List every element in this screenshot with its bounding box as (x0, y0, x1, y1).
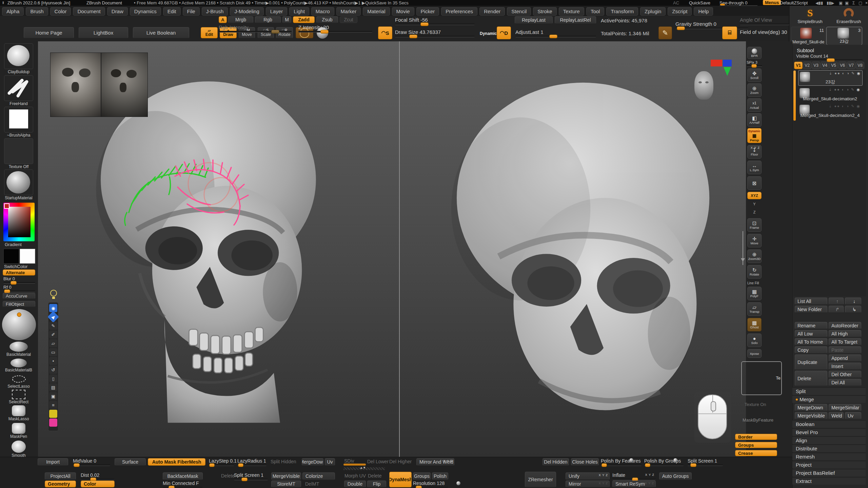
alpha-swatch[interactable]: A (219, 16, 227, 23)
z-intensity-slider[interactable]: Z Intensity 20 (298, 24, 372, 33)
annotation-image-icon[interactable]: ▣ (49, 392, 57, 400)
brush-smooth[interactable]: Smooth (3, 441, 34, 458)
annotation-color-pink[interactable] (49, 419, 57, 427)
color-preview-sphere[interactable] (2, 309, 36, 340)
menus-button[interactable]: Menus (763, 0, 781, 5)
del-lower-button[interactable]: Del Lower (367, 459, 389, 464)
groups-button-bottom[interactable]: Groups (413, 472, 431, 480)
move-into-folder-button[interactable]: ↳ (845, 306, 861, 313)
all-low-button[interactable]: All Low (795, 330, 827, 337)
camera-head-gizmo[interactable] (694, 71, 713, 100)
menu-zplugin[interactable]: Zplugin (640, 7, 666, 16)
geometry-button[interactable]: Geometry (45, 481, 76, 487)
lsym-button[interactable]: ↔L.Sym (747, 161, 762, 174)
copy-doc-icon[interactable]: ▣ (839, 1, 843, 5)
subtool-item-3[interactable]: ⇣ ●● ◐ ◑ ✎ ◉ Merged_Skull-decimation2_4 (798, 103, 862, 118)
border-button[interactable]: Border (735, 434, 777, 440)
subtool-up-button[interactable]: ↑ (829, 298, 844, 305)
texture-on-label[interactable]: Texture On (745, 402, 766, 407)
rotate-z-button[interactable]: Z (747, 209, 762, 216)
all-to-target-button[interactable]: All To Target (829, 338, 861, 345)
minimize-icon[interactable]: Σ (852, 1, 855, 5)
boolean-section-header[interactable]: Boolean (792, 420, 866, 428)
annotation-trash-icon[interactable]: ▯ (49, 374, 57, 383)
brush-selectrect[interactable]: SelectRect (3, 390, 34, 404)
color-saturation-square[interactable] (8, 207, 31, 237)
rotate-3d-button[interactable]: ↻Rotate (747, 265, 762, 279)
annotation-dot-icon[interactable]: • (49, 357, 57, 365)
replaylast-button[interactable]: ReplayLast (515, 16, 553, 24)
stroke-d-icon-button[interactable]: ◠D (497, 26, 511, 39)
menu-alpha[interactable]: Alpha (2, 7, 24, 16)
annotation-lightbulb-icon[interactable] (50, 290, 58, 299)
line-fill-label[interactable]: Line Fill (747, 281, 759, 285)
alternate-button[interactable]: Alternate (3, 269, 35, 276)
menu-help[interactable]: Help (694, 7, 713, 16)
weld-button[interactable]: Weld (829, 412, 844, 419)
split-screen-slider-bottom[interactable]: Split Screen 1 (688, 458, 723, 466)
all-high-button[interactable]: All High (829, 330, 861, 337)
split-hidden-button[interactable]: Split Hidden (271, 459, 296, 464)
menu-picker[interactable]: Picker (416, 7, 439, 16)
annotation-cursor-icon[interactable]: ▶ (47, 311, 59, 323)
lazystep-slider[interactable]: LazyStep 0.1 (209, 458, 234, 466)
mrgb-button[interactable]: Mrgb (228, 16, 253, 23)
transp-button[interactable]: ▱Transp (747, 302, 762, 316)
project-section-header[interactable]: Project (792, 461, 866, 468)
live-boolean-button[interactable]: Live Boolean (133, 27, 189, 38)
menu-marker[interactable]: Marker (336, 7, 361, 16)
draw-size-slider[interactable]: Draw Size 43.76337 (395, 29, 475, 37)
zoom3d-button[interactable]: ⊕Zoom3D (747, 249, 762, 263)
pen-pressure-button[interactable]: ✎ (658, 26, 672, 39)
aahalf-button[interactable]: ◧AAHalf (747, 113, 762, 127)
remesh-section-header[interactable]: Remesh (792, 453, 866, 460)
annotation-shape-icon[interactable]: ▱ (49, 339, 57, 347)
replaylastrel-button[interactable]: ReplayLastRel (555, 16, 596, 24)
polish-groups-dot[interactable] (673, 458, 677, 462)
ghost-button[interactable]: ▩Ghost (747, 318, 762, 331)
menu-render[interactable]: Render (479, 7, 505, 16)
resolution-slider[interactable]: Resolution 128 (413, 481, 448, 488)
stroke-s-icon-button[interactable]: ◠S (378, 26, 392, 39)
simplebrush-tile[interactable]: S SimpleBrush (792, 7, 828, 26)
texture-preview-box[interactable]: Te (741, 361, 782, 395)
del-other-button[interactable]: Del Other (829, 371, 861, 378)
subtool-item-selected[interactable]: ⇣ ●● ◐ ◑ ✎ ◉ 23강 (798, 70, 863, 86)
grip-collapse-icons[interactable]: ▲▼ (360, 466, 366, 469)
duplicate-button[interactable]: Duplicate (795, 354, 827, 370)
menu-brush[interactable]: Brush (26, 7, 48, 16)
divider-right-icon[interactable]: ▮▮▶ (827, 1, 834, 5)
delete-button-dim2[interactable]: Delete (368, 473, 381, 479)
subtool-tab-v4[interactable]: V4 (821, 62, 829, 69)
subtool-tab-v1[interactable]: V1 (794, 62, 803, 69)
material-basic[interactable]: BasicMaterial (3, 342, 34, 357)
menu-movie[interactable]: Movie (392, 7, 414, 16)
menu-macro[interactable]: Macro (311, 7, 334, 16)
m-button[interactable]: M (282, 16, 291, 23)
xpose-button[interactable]: Xpose (747, 349, 762, 358)
delete-button-dim[interactable]: Delete (221, 473, 235, 479)
polyf-button[interactable]: ▦PolyF (747, 287, 762, 300)
subtool-item-icons[interactable]: ⇣ ●● ◐ ◑ ✎ ◉ (829, 71, 861, 76)
auto-groups-button[interactable]: Auto Groups (659, 472, 692, 480)
import-button[interactable]: Import (38, 458, 68, 466)
home-page-button[interactable]: Home Page (24, 27, 74, 38)
brush-claybuildup[interactable]: ClayBuildup (3, 43, 34, 74)
menu-tool[interactable]: Tool (586, 7, 605, 16)
mirror-button-bottom[interactable]: MirrorX Y Z (566, 481, 610, 487)
del-hidden-button[interactable]: Del Hidden (542, 458, 569, 466)
project-basrelief-section-header[interactable]: Project BasRelief (792, 469, 866, 476)
menu-file[interactable]: File (183, 7, 200, 16)
reference-image-1[interactable] (50, 53, 101, 117)
polish-features-dot[interactable] (629, 458, 633, 462)
switchcolor-button[interactable]: SwitchColor (4, 264, 27, 269)
zremesher-button[interactable]: ZRemesher (525, 472, 556, 487)
menu-light[interactable]: Light (289, 7, 309, 16)
menu-material[interactable]: Material (363, 7, 390, 16)
delete-button[interactable]: Delete (795, 371, 827, 386)
rename-button[interactable]: Rename (795, 322, 827, 329)
rgb-intensity-slider[interactable]: Rgb Intensity (219, 24, 292, 33)
spix-slider[interactable]: SPix 3 (747, 60, 762, 67)
sdiv-slider-label[interactable]: SDiv (344, 458, 354, 464)
fillobject-button[interactable]: FillObject (3, 301, 35, 307)
